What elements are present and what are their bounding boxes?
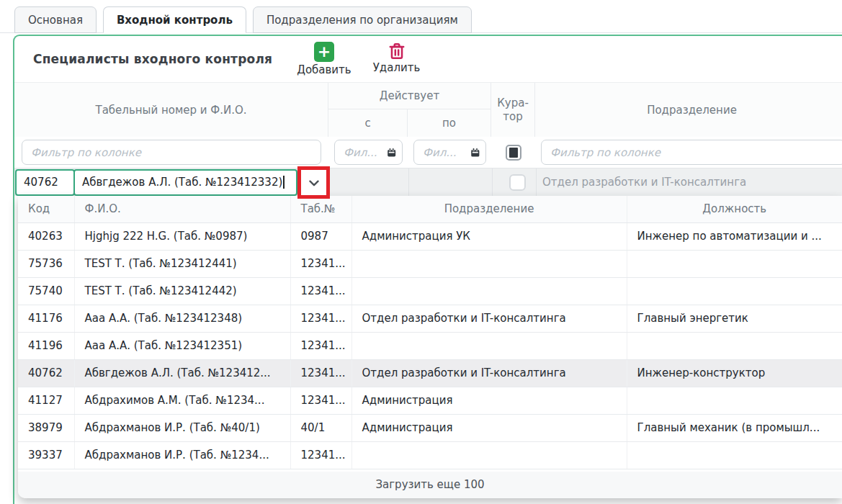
column-header-fio[interactable]: Ф.И.О.	[74, 196, 290, 222]
cell-tab: 40/1	[290, 414, 351, 441]
tab-main[interactable]: Основная	[14, 6, 97, 33]
cell-code: 41127	[18, 387, 74, 414]
tab-input-control[interactable]: Входной контроль	[103, 6, 246, 33]
column-header-curator[interactable]: Кура-тор	[491, 83, 535, 137]
cell-position	[627, 277, 842, 305]
grid-header: Табельный номер и Ф.И.О. Действует с по …	[14, 82, 842, 137]
table-row[interactable]: 38979Абдрахманов И.Р. (Таб. №40/1)40/1Ад…	[18, 414, 842, 441]
delete-button[interactable]: Удалить	[373, 42, 421, 76]
cell-fio: TEST Т. (Таб. №123412442)	[74, 277, 290, 305]
employee-dropdown-popup: Код Ф.И.О. Таб.№ Подразделение Должность…	[18, 196, 842, 498]
cell-tab: 12341...	[290, 250, 351, 277]
date-from-input[interactable]	[342, 145, 386, 160]
cell-code: 40263	[18, 222, 74, 250]
cell-department	[351, 441, 627, 469]
table-row[interactable]: 41127Абдрахимов А.М. (Таб. №1234...12341…	[18, 387, 842, 414]
cell-tab: 12341...	[290, 277, 351, 305]
table-row[interactable]: 40762Абвгдежов А.Л. (Таб. №123412...1234…	[18, 359, 842, 387]
table-row[interactable]: 40263Hjghjg 222 H.G. (Таб. №0987)0987Адм…	[18, 222, 842, 250]
delete-button-label: Удалить	[373, 62, 421, 74]
edit-name-cell[interactable]: Абвгдежов А.Л. (Таб. №123412332)	[73, 169, 297, 196]
cell-fio: Hjghjg 222 H.G. (Таб. №0987)	[74, 222, 290, 250]
cell-code: 40762	[18, 359, 74, 387]
cell-position	[627, 441, 842, 469]
column-header-code[interactable]: Код	[18, 196, 74, 222]
column-header-to[interactable]: по	[408, 109, 491, 137]
curator-filter-checkbox[interactable]	[506, 145, 521, 161]
curator-row-checkbox[interactable]	[509, 174, 526, 191]
cell-department: Администрация УК	[351, 222, 627, 250]
column-header-fio[interactable]: Табельный номер и Ф.И.О.	[14, 83, 328, 137]
add-button[interactable]: + Добавить	[297, 42, 351, 76]
cell-code: 41196	[18, 332, 74, 359]
load-more-button[interactable]: Загрузить еще 100	[18, 472, 842, 498]
table-row[interactable]: 75740TEST Т. (Таб. №123412442)12341...	[18, 277, 842, 305]
column-header-department[interactable]: Подразделение	[351, 196, 627, 222]
column-header-department[interactable]: Подразделение	[535, 83, 842, 137]
cell-tab: 12341...	[290, 359, 351, 387]
cell-tab: 12341...	[290, 441, 351, 469]
cell-position	[627, 332, 842, 359]
cell-position	[627, 250, 842, 277]
cell-department: Администрация	[351, 414, 627, 441]
column-separator	[492, 168, 493, 196]
column-separator	[536, 168, 537, 196]
cell-code: 39337	[18, 441, 74, 469]
cell-position: Главный механик (в промышл...	[627, 414, 842, 441]
date-to-input[interactable]	[421, 145, 470, 160]
annotation-highlight-box	[297, 166, 330, 199]
cell-code: 38979	[18, 414, 74, 441]
toolbar: + Добавить Удалить	[297, 42, 420, 76]
checkbox-indeterminate-mark	[509, 148, 518, 158]
panel-title: Специалисты входного контроля	[33, 52, 272, 66]
tab-departments-by-org[interactable]: Подразделения по организациям	[253, 6, 472, 33]
cell-fio: Абдрахманов И.Р. (Таб. №40/1)	[74, 414, 290, 441]
cell-department	[351, 332, 627, 359]
chevron-down-icon[interactable]	[306, 175, 322, 191]
cell-code: 75736	[18, 250, 74, 277]
column-header-tab[interactable]: Таб.№	[290, 196, 351, 222]
table-row[interactable]: 41196Ааа А.А. (Таб. №123412351)12341...	[18, 332, 842, 359]
cell-position: Инженер-конструктор	[627, 359, 842, 387]
column-separator	[408, 168, 409, 196]
cell-fio: Абдрахимов А.М. (Таб. №1234...	[74, 387, 290, 414]
calendar-icon[interactable]	[470, 145, 480, 159]
add-button-label: Добавить	[297, 64, 351, 76]
plus-icon: +	[314, 42, 334, 62]
cell-department	[351, 277, 627, 305]
column-header-acts: Действует	[328, 83, 491, 109]
trash-icon	[388, 42, 406, 60]
cell-fio: Ааа А.А. (Таб. №123412351)	[74, 332, 290, 359]
table-row[interactable]: 75736TEST Т. (Таб. №123412441)12341...	[18, 250, 842, 277]
cell-tab: 12341...	[290, 332, 351, 359]
edit-name-value: Абвгдежов А.Л. (Таб. №123412332)	[82, 176, 282, 189]
cell-department: Отдел разработки и IT-консалтинга	[351, 305, 627, 332]
filter-row	[14, 137, 842, 168]
cell-tab: 12341...	[290, 305, 351, 332]
cell-code: 41176	[18, 305, 74, 332]
employee-table-header: Код Ф.И.О. Таб.№ Подразделение Должность	[18, 196, 842, 222]
date-from-filter[interactable]	[334, 140, 403, 165]
cell-fio: Ааа А.А. (Таб. №123412348)	[74, 305, 290, 332]
calendar-icon[interactable]	[386, 145, 397, 159]
cell-department	[351, 250, 627, 277]
column-header-from[interactable]: с	[328, 109, 408, 137]
edit-code-cell[interactable]: 40762	[15, 169, 75, 196]
cell-position: Инженер по автоматизации и ...	[627, 222, 842, 250]
fio-filter-input[interactable]	[22, 140, 321, 165]
cell-tab: 0987	[290, 222, 351, 250]
cell-department: Администрация	[351, 387, 627, 414]
dropdown-body: 40263Hjghjg 222 H.G. (Таб. №0987)0987Адм…	[18, 222, 842, 469]
department-filter-input[interactable]	[541, 140, 842, 165]
date-to-filter[interactable]	[413, 140, 486, 165]
table-row[interactable]: 39337Абдрахманов И.Р. (Таб. №1234...1234…	[18, 441, 842, 469]
tab-bar: Основная Входной контроль Подразделения …	[0, 0, 842, 33]
cell-position: Главный энергетик	[627, 305, 842, 332]
table-row[interactable]: 41176Ааа А.А. (Таб. №123412348)12341...О…	[18, 305, 842, 332]
cell-fio: Абдрахманов И.Р. (Таб. №1234...	[74, 441, 290, 469]
edit-row[interactable]: 40762 Абвгдежов А.Л. (Таб. №123412332) О…	[14, 168, 842, 196]
cell-department: Отдел разработки и IT-консалтинга	[351, 359, 627, 387]
cell-position	[627, 387, 842, 414]
cell-fio: TEST Т. (Таб. №123412441)	[74, 250, 290, 277]
column-header-position[interactable]: Должность	[627, 196, 842, 222]
